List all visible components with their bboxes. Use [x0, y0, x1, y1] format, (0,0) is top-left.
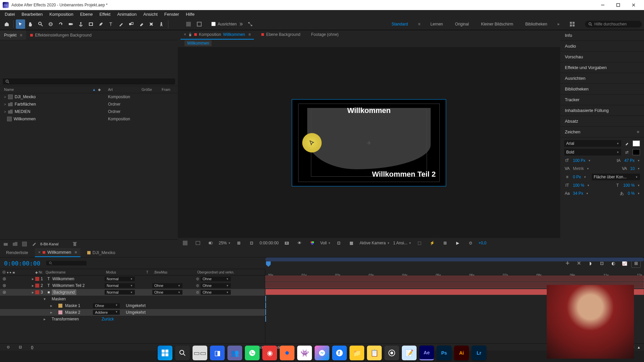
snap-more-icon[interactable]	[239, 22, 244, 26]
timecode-display[interactable]: 0:00:00:00	[4, 260, 40, 267]
menu-datei[interactable]: Datei	[1, 12, 18, 17]
col-name[interactable]: Name	[4, 87, 14, 92]
vf-timecode[interactable]: 0:00:00:00	[260, 241, 279, 245]
col-lock-icon[interactable]	[12, 270, 15, 274]
col-modus[interactable]: Modus	[105, 270, 145, 274]
vf-roi-icon[interactable]: ⊡	[334, 238, 343, 248]
maximize-button[interactable]	[610, 0, 626, 10]
rect-tool[interactable]	[86, 19, 96, 29]
taskbar-widgets[interactable]: ◨	[210, 346, 225, 360]
project-search[interactable]	[3, 78, 175, 84]
taskbar-whatsapp[interactable]	[245, 346, 260, 360]
stroke-swatch[interactable]	[633, 149, 640, 155]
vf-time-icon[interactable]: ⊙	[466, 238, 475, 248]
panel-inhaltsbasierte-füllung[interactable]: Inhaltsbasierte Füllung	[560, 105, 644, 116]
tab-projekt[interactable]: Projekt≡	[0, 30, 26, 40]
workspace-kleiner[interactable]: Kleiner Bildschirm	[479, 22, 515, 26]
orbit-tool[interactable]	[46, 19, 55, 29]
proj-newfolder-icon[interactable]	[12, 241, 18, 247]
eyedropper-icon[interactable]	[624, 140, 630, 146]
resolution-dropdown[interactable]: Voll▼	[320, 241, 331, 245]
vf-pixel-icon[interactable]: ⊞	[440, 238, 450, 248]
eraser-tool[interactable]	[137, 19, 146, 29]
snap-option-icon[interactable]	[246, 19, 255, 29]
font-weight-dropdown[interactable]: Bold▼	[564, 149, 621, 156]
bpc-label[interactable]: 8-Bit-Kanal	[40, 242, 58, 246]
proj-newcomp-icon[interactable]	[21, 241, 28, 247]
vf-res-icon[interactable]: ⊞	[234, 238, 244, 248]
close-button[interactable]	[626, 0, 641, 10]
transform-label[interactable]: Transformieren	[52, 317, 79, 321]
transform-twirl[interactable]: ▸	[44, 317, 49, 321]
hand-tool[interactable]	[26, 19, 35, 29]
col-bewmas[interactable]: .BewMas	[152, 270, 196, 274]
panel-vorschau[interactable]: Vorschau	[560, 52, 644, 62]
col-art[interactable]: Art	[108, 87, 142, 92]
menu-ebene[interactable]: Ebene	[77, 12, 96, 17]
taskbar-search[interactable]	[175, 346, 190, 360]
composition-viewer[interactable]: Willkommen Willkommen Teil 2	[178, 48, 560, 238]
taskbar-app3[interactable]: 📋	[367, 346, 382, 360]
vf-exposure[interactable]: +0,0	[479, 241, 487, 245]
workspace-original[interactable]: Original	[453, 22, 471, 26]
leading-value[interactable]: 47 Px	[624, 158, 635, 163]
rotate-tool[interactable]	[56, 19, 65, 29]
help-search[interactable]: Hilfe durchsuchen	[585, 21, 642, 27]
panel-bibliotheken[interactable]: Bibliotheken	[560, 84, 644, 95]
layer-row[interactable]: ▸2 TWillkommen Teil 2 Normal▼ Ohne▼ ⊚Ohn…	[0, 282, 265, 289]
taskbar-app2[interactable]: 👾	[297, 346, 312, 360]
font-size-value[interactable]: 100 Px	[573, 158, 585, 163]
menu-animation[interactable]: Animation	[114, 12, 140, 17]
tl-tab-willkommen[interactable]: ×Willkommen≡	[35, 248, 80, 257]
col-visibility-icon[interactable]	[2, 270, 6, 274]
vf-fast-icon[interactable]: ▶	[453, 238, 463, 248]
project-item[interactable]: >FarbflächenOrdner	[0, 101, 178, 108]
fill-swatch[interactable]	[633, 140, 640, 146]
layer-row[interactable]: ▸3 ■Background Normal▼ Ohne▼ ⊚Ohne▼	[0, 289, 265, 296]
panel-ausrichten[interactable]: Ausrichten	[560, 73, 644, 84]
taskbar-explorer[interactable]: 📁	[350, 346, 364, 360]
stroke-value[interactable]: 0 Px	[573, 175, 581, 179]
zeichen-menu-icon[interactable]: ≡	[637, 129, 639, 134]
anchor-tool[interactable]	[76, 19, 86, 29]
col-parent[interactable]: Übergeordnet und verkn.	[196, 270, 250, 274]
vf-mask-icon[interactable]	[206, 238, 215, 248]
stroke-mode-dropdown[interactable]: Fläche über Kon...▼	[592, 174, 640, 180]
vf-show-snapshot-icon[interactable]: 👁	[295, 238, 304, 248]
project-item[interactable]: >MEDIENOrdner	[0, 108, 178, 115]
taskbar-teams[interactable]: 👥	[227, 346, 242, 360]
workspace-overflow-icon[interactable]: »	[557, 22, 559, 26]
swap-icon[interactable]: ⇄	[624, 149, 630, 155]
tab-effekteinstellungen[interactable]: Effekteinstellungen Background	[26, 30, 96, 40]
panel-audio[interactable]: Audio	[560, 41, 644, 52]
col-nr[interactable]: Nr.	[39, 270, 43, 274]
col-groesse[interactable]: Größe	[142, 87, 162, 92]
text-tool[interactable]: T	[106, 19, 116, 29]
snap-checkbox[interactable]	[211, 22, 216, 26]
taskbar-aftereffects[interactable]: Ae	[419, 346, 434, 360]
camera-tool[interactable]	[66, 19, 75, 29]
shape-stroke-icon[interactable]	[195, 19, 204, 29]
vf-transparency-icon[interactable]: ▦	[347, 238, 356, 248]
menu-effekt[interactable]: Effekt	[96, 12, 114, 17]
transform-reset[interactable]: Zurück	[102, 317, 114, 321]
taskbar-notepad[interactable]: 📝	[402, 346, 417, 360]
hscale-value[interactable]: 100 %	[623, 183, 635, 188]
proj-trash-icon[interactable]	[72, 241, 78, 247]
tracking-value[interactable]: 10	[630, 166, 635, 171]
tl-tab-renderliste[interactable]: Renderliste	[3, 248, 32, 257]
col-quellenname[interactable]: Quellenname	[44, 270, 105, 274]
vf-draft-icon[interactable]: ⚡	[428, 238, 437, 248]
kerning-value[interactable]: Metrik	[573, 166, 584, 171]
workspace-lernen[interactable]: Lernen	[428, 22, 445, 26]
workspace-grid-icon[interactable]	[568, 19, 577, 29]
font-family-dropdown[interactable]: Arial▼	[564, 140, 621, 147]
taskbar-taskview[interactable]: ▭▭	[193, 346, 207, 360]
workspace-menu-icon[interactable]: ≡	[418, 22, 420, 26]
taskbar-facebook[interactable]: f	[332, 346, 347, 360]
minimize-button[interactable]	[595, 0, 610, 10]
home-icon[interactable]	[2, 19, 11, 29]
timeline-search[interactable]	[46, 261, 87, 265]
taskbar-messenger[interactable]	[315, 346, 329, 360]
taskbar-lightroom[interactable]: Lr	[472, 346, 486, 360]
